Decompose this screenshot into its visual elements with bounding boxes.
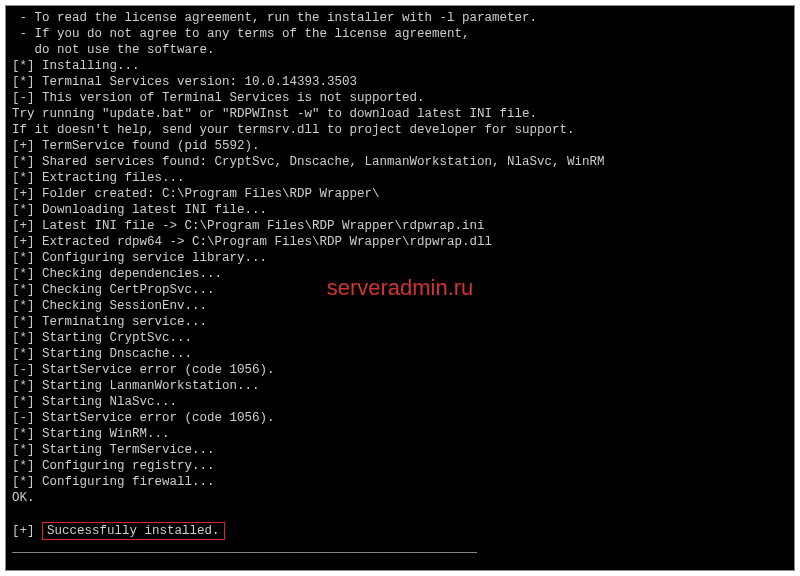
output-line: [*] Downloading latest INI file...	[12, 202, 788, 218]
output-line: [*] Configuring service library...	[12, 250, 788, 266]
output-line: [+] Latest INI file -> C:\Program Files\…	[12, 218, 788, 234]
output-line: [*] Terminal Services version: 10.0.1439…	[12, 74, 788, 90]
output-line: [*] Extracting files...	[12, 170, 788, 186]
output-line: [*] Starting Dnscache...	[12, 346, 788, 362]
output-line: [*] Configuring registry...	[12, 458, 788, 474]
output-line: Try running "update.bat" or "RDPWInst -w…	[12, 106, 788, 122]
output-line: [*] Checking CertPropSvc...	[12, 282, 788, 298]
output-line: - To read the license agreement, run the…	[12, 10, 788, 26]
output-line: [*] Starting CryptSvc...	[12, 330, 788, 346]
output-line: OK.	[12, 490, 788, 506]
output-line: do not use the software.	[12, 42, 788, 58]
blank-line	[12, 556, 788, 571]
output-line: [*] Starting TermService...	[12, 442, 788, 458]
output-line: [*] Checking SessionEnv...	[12, 298, 788, 314]
output-line: [-] This version of Terminal Services is…	[12, 90, 788, 106]
output-line: [+] Extracted rdpw64 -> C:\Program Files…	[12, 234, 788, 250]
success-highlight: Successfully installed.	[42, 522, 225, 540]
output-line: [+] TermService found (pid 5592).	[12, 138, 788, 154]
success-line: [+] Successfully installed.	[12, 522, 788, 540]
output-line: [*] Starting NlaSvc...	[12, 394, 788, 410]
output-line: [*] Terminating service...	[12, 314, 788, 330]
separator-line: ________________________________________…	[12, 540, 788, 556]
output-line: [*] Starting WinRM...	[12, 426, 788, 442]
output-line: [*] Configuring firewall...	[12, 474, 788, 490]
output-line: [-] StartService error (code 1056).	[12, 362, 788, 378]
success-prefix: [+]	[12, 524, 42, 538]
blank-line	[12, 506, 788, 522]
output-line: [-] StartService error (code 1056).	[12, 410, 788, 426]
output-line: [*] Checking dependencies...	[12, 266, 788, 282]
output-line: [*] Installing...	[12, 58, 788, 74]
output-line: [+] Folder created: C:\Program Files\RDP…	[12, 186, 788, 202]
output-line: If it doesn't help, send your termsrv.dl…	[12, 122, 788, 138]
output-line: [*] Starting LanmanWorkstation...	[12, 378, 788, 394]
output-line: - If you do not agree to any terms of th…	[12, 26, 788, 42]
output-line: [*] Shared services found: CryptSvc, Dns…	[12, 154, 788, 170]
terminal-window[interactable]: serveradmin.ru - To read the license agr…	[5, 5, 795, 571]
